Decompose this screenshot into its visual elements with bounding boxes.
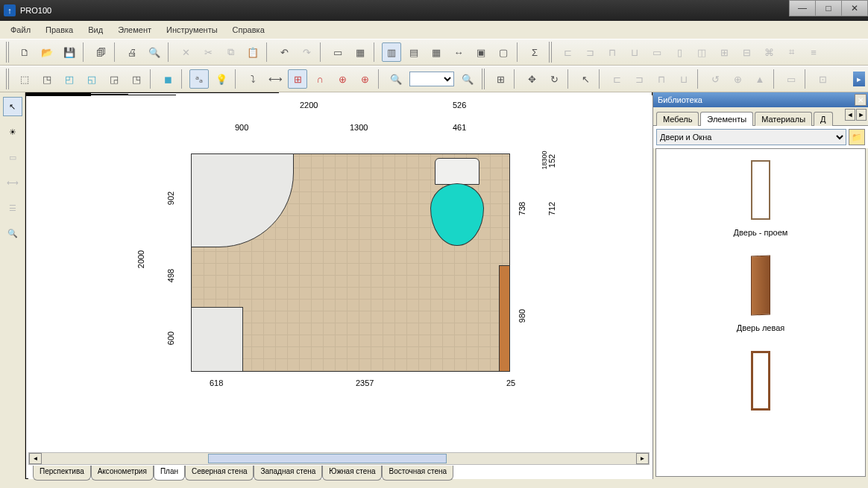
preview-icon[interactable]: 🔍 (145, 42, 164, 62)
tab-materials[interactable]: Материалы (755, 112, 812, 126)
menu-view[interactable]: Вид (81, 23, 110, 37)
sum-icon[interactable]: Σ (525, 42, 544, 62)
copy-icon[interactable]: ⧉ (221, 42, 240, 62)
delete-icon[interactable]: ✕ (176, 42, 195, 62)
cube2-icon[interactable]: ◳ (37, 69, 57, 89)
tab-north[interactable]: Северная стена (185, 466, 254, 481)
tab-perspective[interactable]: Перспектива (33, 466, 91, 481)
print-icon[interactable]: 🖨 (122, 42, 142, 62)
lt1-icon[interactable]: ▭ (3, 148, 22, 167)
cube5-icon[interactable]: ◲ (104, 69, 124, 89)
cube4-icon[interactable]: ◱ (82, 69, 101, 89)
folder-up-icon[interactable]: 📁 (849, 129, 865, 145)
maximize-button[interactable]: □ (815, 0, 842, 16)
fill-icon[interactable]: ◼ (158, 69, 177, 89)
align11-icon[interactable]: ⌗ (781, 42, 801, 62)
align9-icon[interactable]: ⊟ (737, 42, 756, 62)
tabs-next-icon[interactable]: ► (856, 109, 867, 121)
tab-east[interactable]: Восточная стена (382, 466, 453, 481)
close-button[interactable]: ✕ (841, 0, 868, 16)
lt2-icon[interactable]: ⟷ (3, 173, 22, 192)
tab-axonometry[interactable]: Аксонометрия (91, 466, 154, 481)
align12-icon[interactable]: ≡ (804, 42, 823, 62)
grid2-icon[interactable]: ⊞ (491, 69, 510, 89)
rot-icon[interactable]: ↻ (544, 69, 564, 89)
undo-icon[interactable]: ↶ (274, 42, 294, 62)
pointer-icon[interactable]: ↖ (3, 97, 22, 116)
print-setup-icon[interactable]: 🗐 (91, 42, 110, 62)
tab-plan[interactable]: План (154, 466, 185, 481)
list-item[interactable]: Дверь левая (737, 252, 785, 332)
cube1-icon[interactable]: ⬚ (15, 69, 34, 89)
f2-icon[interactable]: ⊡ (813, 69, 832, 89)
library-path-combo[interactable]: Двери и Окна (656, 129, 846, 145)
cube3-icon[interactable]: ◰ (60, 69, 79, 89)
horizontal-scrollbar[interactable]: ◄ ► (28, 452, 650, 465)
canvas[interactable]: 2200 526 900 1300 461 2000 902 498 600 1… (25, 92, 652, 479)
toilet-shape[interactable] (430, 158, 484, 246)
open-icon[interactable]: 📂 (37, 42, 57, 62)
view1-icon[interactable]: ▥ (382, 42, 401, 62)
library-close-icon[interactable]: ✕ (855, 94, 867, 106)
align6-icon[interactable]: ▯ (670, 42, 689, 62)
tab-elements[interactable]: Элементы (700, 112, 753, 126)
lt3-icon[interactable]: ☰ (3, 198, 22, 218)
tab-furniture[interactable]: Мебель (656, 112, 699, 126)
scroll-left-icon[interactable]: ◄ (29, 453, 42, 464)
align5-icon[interactable]: ▭ (647, 42, 667, 62)
align1-icon[interactable]: ⊏ (558, 42, 577, 62)
d1-icon[interactable]: ⊏ (607, 69, 626, 89)
redo-icon[interactable]: ↷ (297, 42, 316, 62)
menu-tools[interactable]: Инструменты (159, 23, 225, 37)
door-shape[interactable] (499, 265, 510, 372)
view4-icon[interactable]: ↔ (449, 42, 468, 62)
view5-icon[interactable]: ▣ (471, 42, 491, 62)
zoom-combo[interactable] (409, 72, 454, 86)
save-icon[interactable]: 💾 (60, 42, 79, 62)
pick-icon[interactable]: ⤵ (243, 69, 262, 89)
zoom-icon[interactable]: 🔍 (386, 69, 406, 89)
cabinet-shape[interactable] (191, 307, 243, 372)
dim-icon[interactable]: ⟷ (265, 69, 285, 89)
tabs-prev-icon[interactable]: ◄ (845, 109, 855, 121)
tool-a-icon[interactable]: ▭ (328, 42, 347, 62)
lt4-icon[interactable]: 🔍 (3, 224, 22, 243)
grid-icon[interactable]: ⊞ (288, 69, 307, 89)
tab-south[interactable]: Южная стена (322, 466, 382, 481)
view6-icon[interactable]: ▢ (494, 42, 513, 62)
move-icon[interactable]: ✥ (522, 69, 541, 89)
align4-icon[interactable]: ⊔ (625, 42, 644, 62)
align2-icon[interactable]: ⊐ (580, 42, 600, 62)
cut-icon[interactable]: ✂ (198, 42, 218, 62)
cube6-icon[interactable]: ◳ (127, 69, 146, 89)
bulb-icon[interactable]: 💡 (212, 69, 231, 89)
d2-icon[interactable]: ⊐ (629, 69, 649, 89)
f1-icon[interactable]: ▭ (781, 69, 801, 89)
cursor-icon[interactable]: ↖ (576, 69, 595, 89)
new-icon[interactable]: 🗋 (15, 42, 34, 62)
r1-icon[interactable]: ↺ (705, 69, 725, 89)
d3-icon[interactable]: ⊓ (652, 69, 671, 89)
align10-icon[interactable]: ⌘ (759, 42, 779, 62)
align8-icon[interactable]: ⊞ (714, 42, 734, 62)
r2-icon[interactable]: ⊕ (728, 69, 747, 89)
snap1-icon[interactable]: ∩ (310, 69, 330, 89)
r3-icon[interactable]: ▲ (750, 69, 770, 89)
snap2-icon[interactable]: ⊕ (333, 69, 352, 89)
menu-edit[interactable]: Правка (38, 23, 81, 37)
light-icon[interactable]: ☀ (3, 122, 22, 142)
tab-more[interactable]: Д (814, 112, 832, 126)
menu-help[interactable]: Справка (225, 23, 272, 37)
zoomin-icon[interactable]: 🔍 (458, 69, 477, 89)
menu-file[interactable]: Файл (3, 23, 38, 37)
tool-b-icon[interactable]: ▦ (350, 42, 370, 62)
text-icon[interactable]: ᵃₐ (189, 69, 209, 89)
list-item[interactable] (738, 347, 783, 419)
tab-west[interactable]: Западная стена (254, 466, 322, 481)
d4-icon[interactable]: ⊔ (674, 69, 694, 89)
align7-icon[interactable]: ◫ (692, 42, 711, 62)
paste-icon[interactable]: 📋 (243, 42, 262, 62)
align3-icon[interactable]: ⊓ (603, 42, 622, 62)
view3-icon[interactable]: ▦ (427, 42, 446, 62)
lib-toggle-icon[interactable]: ▸ (853, 72, 865, 86)
